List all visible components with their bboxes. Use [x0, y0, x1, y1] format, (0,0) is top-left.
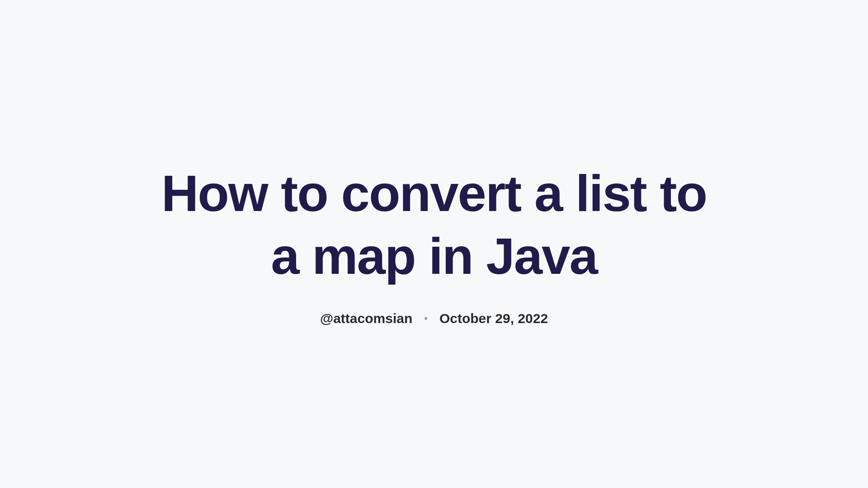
- author-handle: @attacomsian: [320, 311, 412, 326]
- article-meta: @attacomsian • October 29, 2022: [158, 311, 710, 326]
- meta-separator: •: [424, 314, 428, 324]
- publish-date: October 29, 2022: [439, 311, 548, 326]
- article-card: How to convert a list to a map in Java @…: [140, 162, 728, 326]
- article-title: How to convert a list to a map in Java: [158, 162, 710, 287]
